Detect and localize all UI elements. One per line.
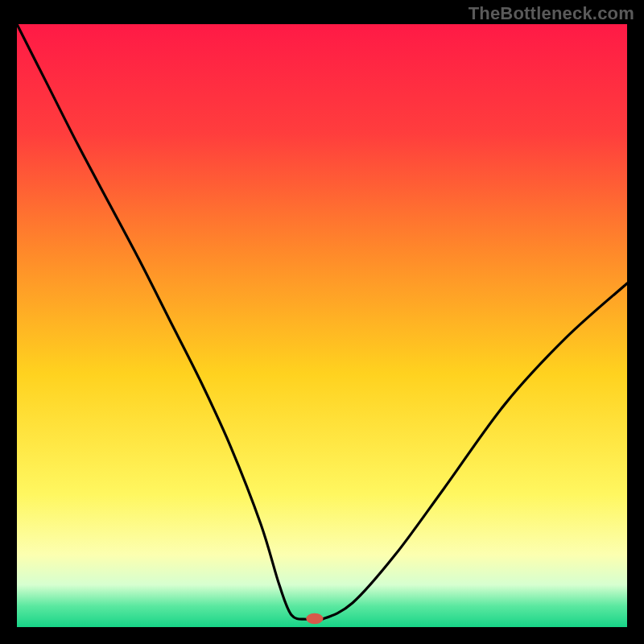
chart-svg [17, 24, 627, 627]
gradient-background [17, 24, 627, 627]
chart-frame: TheBottleneck.com [0, 0, 644, 644]
watermark-text: TheBottleneck.com [469, 3, 634, 24]
optimal-point-marker [306, 613, 323, 624]
plot-area [17, 24, 627, 627]
